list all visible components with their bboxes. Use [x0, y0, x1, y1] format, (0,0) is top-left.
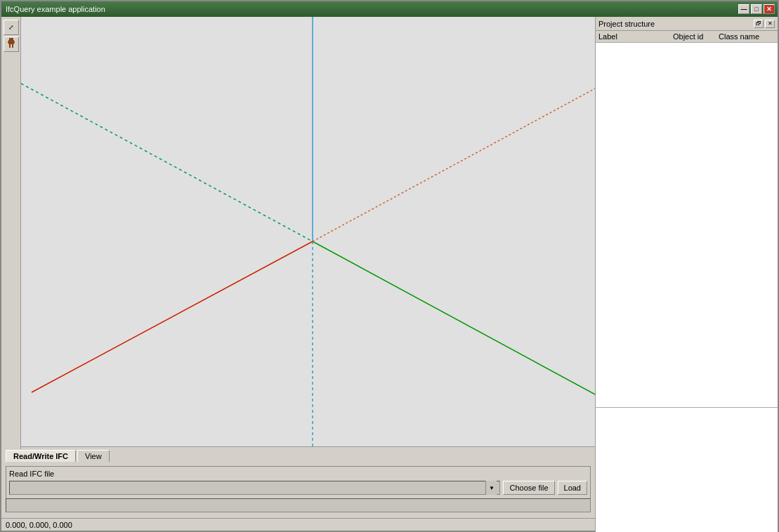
- file-dropdown[interactable]: ▼: [9, 481, 500, 495]
- tab-view[interactable]: View: [77, 450, 110, 462]
- panel-title: Project structure: [598, 20, 655, 28]
- svg-rect-3: [8, 43, 14, 44]
- svg-line-11: [313, 87, 595, 241]
- col-classname-header: Class name: [719, 32, 775, 41]
- file-input-row: ▼ Choose file Load: [9, 481, 587, 495]
- output-strip: [6, 498, 591, 518]
- toolbar-strip: ⤢: [1, 17, 21, 449]
- window-title: IfcQuery example application: [4, 5, 105, 13]
- panel-controls: 🗗 ✕: [754, 20, 775, 28]
- dropdown-arrow-icon[interactable]: ▼: [485, 481, 497, 495]
- text-output-bar: [6, 498, 591, 512]
- viewport-canvas: [21, 17, 595, 449]
- cursor-tool-button[interactable]: [4, 36, 19, 52]
- svg-rect-2: [8, 41, 15, 43]
- title-bar: IfcQuery example application — □ ✕: [1, 1, 778, 17]
- window-controls: — □ ✕: [738, 4, 775, 14]
- tab-readwrite-ifc[interactable]: Read/Write IFC: [6, 450, 76, 462]
- choose-file-button[interactable]: Choose file: [503, 481, 554, 495]
- coordinates-display: 0.000, 0.000, 0.000: [6, 521, 72, 529]
- expand-tool-button[interactable]: ⤢: [4, 20, 19, 35]
- svg-line-9: [313, 241, 595, 396]
- project-tree[interactable]: [596, 43, 778, 407]
- right-bottom-properties: [596, 407, 778, 532]
- svg-rect-4: [9, 44, 11, 48]
- col-label-header: Label: [598, 32, 673, 41]
- cursor-icon: [6, 38, 16, 51]
- svg-rect-1: [8, 40, 14, 41]
- col-objectid-header: Object id: [673, 32, 719, 41]
- panel-title-bar: Project structure 🗗 ✕: [596, 17, 778, 31]
- main-window: IfcQuery example application — □ ✕ ⤢: [0, 0, 779, 532]
- minimize-button[interactable]: —: [738, 4, 749, 14]
- read-ifc-label: Read IFC file: [9, 470, 587, 478]
- panel-restore-button[interactable]: 🗗: [754, 20, 764, 28]
- tab-bar: Read/Write IFC View: [6, 450, 591, 462]
- maximize-button[interactable]: □: [751, 4, 762, 14]
- expand-icon: ⤢: [8, 24, 14, 31]
- load-button[interactable]: Load: [558, 481, 587, 495]
- svg-line-8: [21, 84, 313, 241]
- right-panel: Project structure 🗗 ✕ Label Object id Cl…: [595, 17, 778, 532]
- svg-rect-5: [12, 44, 13, 48]
- svg-line-10: [32, 241, 313, 392]
- viewport[interactable]: [21, 17, 595, 449]
- close-button[interactable]: ✕: [764, 4, 775, 14]
- tree-header: Label Object id Class name: [596, 31, 778, 43]
- svg-rect-0: [9, 38, 13, 40]
- panel-close-button[interactable]: ✕: [765, 20, 775, 28]
